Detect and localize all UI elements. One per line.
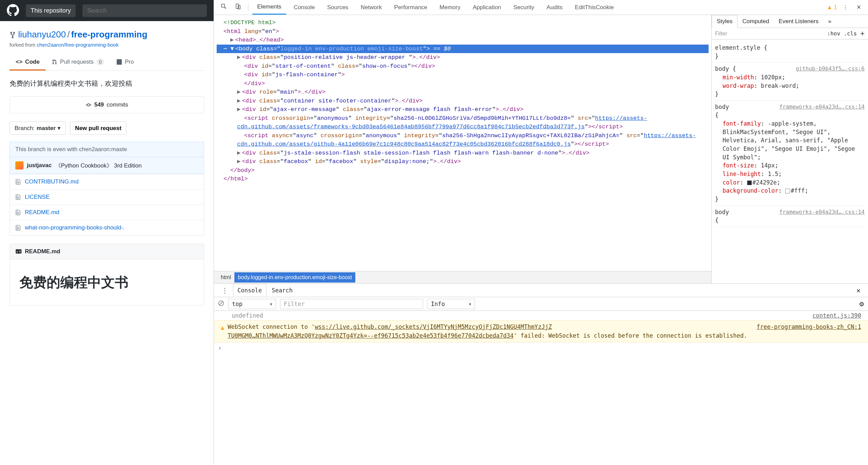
branch-select[interactable]: Branch: master ▾ — [10, 122, 66, 135]
new-pull-request-button[interactable]: New pull request — [70, 122, 126, 135]
code-icon: <> — [16, 59, 22, 65]
tab-code[interactable]: <> Code — [10, 54, 46, 70]
console-menu-icon[interactable]: ⋮ — [218, 285, 232, 296]
this-repository-button[interactable]: This repository — [26, 4, 76, 17]
console-filter-input[interactable]: Filter — [280, 299, 423, 309]
owner-link[interactable]: liuhanyu200 — [18, 29, 66, 39]
cls-toggle[interactable]: .cls — [844, 30, 857, 37]
new-style-rule-button[interactable]: + — [860, 29, 865, 38]
fork-info: forked from chen2aaron/free-programming-… — [10, 42, 204, 48]
devtools: Elements Console Sources Network Perform… — [214, 0, 868, 465]
file-icon — [15, 179, 21, 185]
color-swatch-icon[interactable] — [785, 189, 790, 193]
avatar-icon — [15, 161, 24, 170]
readme-heading: 免费的编程中文书 — [19, 273, 194, 292]
close-icon[interactable]: ✕ — [854, 2, 864, 12]
breadcrumb-html[interactable]: html — [217, 272, 234, 283]
repo-title: liuhanyu200/free-programming — [10, 29, 204, 40]
clear-console-icon[interactable] — [218, 300, 224, 308]
tab-computed[interactable]: Computed — [738, 15, 774, 28]
github-page: This repository liuhanyu200/free-program… — [0, 0, 214, 465]
breadcrumb-body[interactable]: body.logged-in.env-production.emoji-size… — [234, 272, 355, 283]
console-prompt[interactable]: › — [214, 342, 868, 353]
devtools-main: <!DOCTYPE html> <html lang="en"> ▶<head>… — [214, 15, 868, 283]
readme-box: README.md 免费的编程中文书 — [10, 244, 204, 306]
ws-url-link[interactable]: TU0MGM0…NThlMWUwMzA3MzQ0YzgwNzY0ZTg4Yzk=… — [228, 332, 513, 339]
repo-link[interactable]: free-programming — [71, 29, 148, 39]
ws-url-link[interactable]: wss://live.github.com/_sockets/VjI6MTYyN… — [315, 323, 552, 330]
tab-projects[interactable]: Pro — [110, 54, 140, 70]
warnings-badge[interactable]: ▲ 1 — [827, 4, 837, 11]
more-icon[interactable]: ⋮ — [840, 2, 851, 12]
devtools-tabs: Elements Console Sources Network Perform… — [214, 0, 868, 15]
elements-panel: <!DOCTYPE html> <html lang="en"> ▶<head>… — [214, 15, 711, 283]
console-panel: ⋮ Console Search ✕ top Filter Info ⚙ und… — [214, 283, 868, 465]
file-list: CONTRIBUTING.md LICENSE README.md what-n… — [10, 174, 204, 236]
readme-header: README.md — [10, 244, 204, 259]
tab-elements[interactable]: Elements — [252, 0, 286, 15]
source-link[interactable]: frameworks-e04a23d….css:14 — [779, 208, 865, 216]
file-row[interactable]: README.md — [10, 205, 204, 220]
context-select[interactable]: top — [228, 299, 276, 309]
console-warning: ▲ WebSocket connection to 'wss://live.gi… — [214, 320, 868, 342]
tab-network[interactable]: Network — [356, 1, 387, 14]
file-icon — [15, 194, 21, 200]
inspect-icon[interactable] — [218, 2, 230, 13]
console-source-link[interactable]: content.js:390 — [812, 312, 861, 319]
commit-author[interactable]: justjavac — [27, 162, 52, 169]
hov-toggle[interactable]: :hov — [827, 30, 840, 37]
tab-security[interactable]: Security — [509, 1, 539, 14]
tab-memory[interactable]: Memory — [435, 1, 465, 14]
device-icon[interactable] — [232, 2, 244, 13]
github-header: This repository — [0, 0, 214, 21]
forked-from-link[interactable]: chen2aaron/free-programming-book — [37, 42, 119, 48]
file-row[interactable]: CONTRIBUTING.md — [10, 174, 204, 189]
tab-search-drawer[interactable]: Search — [268, 284, 297, 296]
warning-icon: ▲ — [221, 323, 224, 332]
search-input[interactable] — [82, 4, 207, 17]
dom-tree[interactable]: <!DOCTYPE html> <html lang="en"> ▶<head>… — [214, 15, 711, 271]
console-value: undefined — [221, 312, 263, 319]
branch-row: Branch: master ▾ New pull request — [10, 122, 204, 135]
source-link[interactable]: github-b9b43f5….css:6 — [796, 65, 865, 73]
level-select[interactable]: Info — [427, 299, 475, 309]
tab-event-listeners[interactable]: Event Listeners — [774, 15, 823, 28]
console-source-link[interactable]: free-programming-books-zh_CN:1 — [757, 323, 861, 332]
readme-content: 免费的编程中文书 — [10, 259, 204, 305]
repo-content: liuhanyu200/free-programming forked from… — [0, 21, 214, 314]
commits-count[interactable]: 549 commits — [10, 96, 204, 113]
tab-styles[interactable]: Styles — [712, 15, 738, 28]
close-drawer-icon[interactable]: ✕ — [853, 285, 864, 296]
console-output[interactable]: undefined content.js:390 ▲ WebSocket con… — [214, 311, 868, 465]
styles-tabs: Styles Computed Event Listeners » — [712, 15, 868, 28]
tab-application[interactable]: Application — [468, 1, 506, 14]
tab-pull-requests[interactable]: Pull requests 0 — [46, 54, 110, 70]
tab-audits[interactable]: Audits — [542, 1, 567, 14]
commit-message[interactable]: 《Python Cookbook》 3rd Edition — [55, 162, 142, 170]
styles-rules[interactable]: element.style {} github-b9b43f5….css:6 b… — [712, 39, 868, 283]
tab-editthiscookie[interactable]: EditThisCookie — [570, 1, 619, 14]
latest-commit: justjavac 《Python Cookbook》 3rd Edition — [10, 157, 204, 174]
file-row[interactable]: LICENSE — [10, 189, 204, 205]
dom-breadcrumb: html body.logged-in.env-production.emoji… — [214, 271, 711, 283]
tab-console-drawer[interactable]: Console — [233, 284, 266, 297]
tab-sources[interactable]: Sources — [322, 1, 353, 14]
styles-toolbar: Filter :hov .cls + — [712, 28, 868, 39]
chevron-down-icon: ▾ — [58, 125, 61, 132]
file-row[interactable]: what-non-programming-books-should-. — [10, 220, 204, 235]
compare-message: This branch is even with chen2aaron:mast… — [10, 142, 204, 157]
tab-performance[interactable]: Performance — [389, 1, 432, 14]
console-settings-icon[interactable]: ⚙ — [859, 300, 864, 308]
repo-tabs: <> Code Pull requests 0 Pro — [10, 54, 204, 71]
github-logo-icon[interactable] — [7, 4, 19, 17]
color-swatch-icon[interactable] — [747, 180, 752, 185]
more-tabs-icon[interactable]: » — [823, 15, 836, 28]
console-drawer-tabs: ⋮ Console Search ✕ — [214, 284, 868, 297]
styles-panel: Styles Computed Event Listeners » Filter… — [711, 15, 868, 283]
styles-filter-input[interactable]: Filter — [715, 31, 824, 37]
file-icon — [15, 225, 21, 231]
selected-body-element[interactable]: ⋯ ▼<body class="logged-in env-production… — [217, 45, 709, 53]
tab-console[interactable]: Console — [289, 1, 320, 14]
console-toolbar: top Filter Info ⚙ — [214, 297, 868, 311]
source-link[interactable]: frameworks-e04a23d….css:14 — [779, 103, 865, 111]
